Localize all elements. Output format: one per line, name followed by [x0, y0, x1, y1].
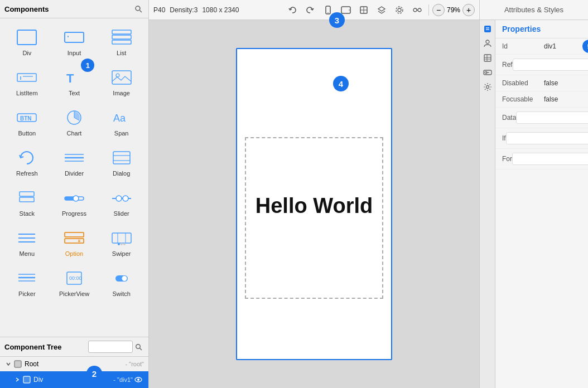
- svg-point-44: [118, 243, 120, 245]
- progress-icon: [63, 188, 85, 208]
- layers-button[interactable]: [374, 2, 389, 18]
- component-list[interactable]: List: [99, 23, 144, 61]
- component-text[interactable]: T Text 1: [52, 63, 97, 101]
- component-option[interactable]: Option: [52, 224, 97, 261]
- prop-row-focusable: Focusable false: [495, 91, 588, 108]
- tree-search-input[interactable]: [88, 341, 133, 353]
- prop-value-disabled: false: [544, 79, 581, 87]
- component-chart[interactable]: Chart: [52, 103, 97, 141]
- component-span[interactable]: Aa Span: [99, 103, 144, 141]
- refresh-label: Refresh: [16, 170, 38, 177]
- svg-point-54: [136, 344, 140, 348]
- prop-input-for[interactable]: [512, 153, 588, 165]
- component-button[interactable]: BTN Button: [4, 103, 50, 141]
- properties-area: Properties Id div1 5 Ref D: [495, 20, 588, 388]
- prop-label-ref: Ref: [502, 61, 513, 69]
- component-listitem[interactable]: ListItem: [4, 63, 50, 101]
- zoom-control: − 79% +: [432, 4, 475, 16]
- svg-point-61: [327, 12, 329, 13]
- canvas-area[interactable]: 4 Hello World: [149, 20, 479, 388]
- div-node-value: - "div1": [113, 376, 133, 383]
- svg-rect-38: [65, 239, 84, 243]
- svg-rect-56: [15, 361, 21, 367]
- svg-rect-26: [20, 192, 34, 196]
- root-node-label: Root: [25, 360, 122, 368]
- prop-row-id: Id div1 5: [495, 38, 588, 55]
- tree-search-icon[interactable]: [133, 341, 144, 352]
- slider-label: Slider: [114, 210, 129, 217]
- component-refresh[interactable]: Refresh: [4, 143, 50, 181]
- component-input[interactable]: Input: [52, 23, 97, 61]
- svg-point-72: [413, 8, 417, 12]
- tree-node-div[interactable]: Div - "div1": [0, 371, 148, 388]
- component-picker[interactable]: Picker: [4, 264, 50, 302]
- table-icon[interactable]: [481, 51, 494, 65]
- switch-icon: [110, 268, 133, 288]
- picker-label: Picker: [18, 290, 36, 297]
- option-label: Option: [65, 250, 83, 257]
- prop-input-if[interactable]: [506, 132, 588, 144]
- badge-5: 5: [582, 40, 588, 53]
- svg-text:Aa: Aa: [113, 113, 126, 124]
- swiper-icon: [110, 228, 133, 248]
- svg-rect-5: [112, 30, 131, 34]
- undo-button[interactable]: [285, 2, 300, 18]
- prop-label-data: Data: [502, 114, 516, 122]
- prop-input-ref[interactable]: [513, 59, 588, 71]
- link-icon[interactable]: [481, 66, 494, 79]
- components-search-icon[interactable]: [133, 3, 144, 14]
- right-panel-title: Attributes & Styles: [504, 6, 563, 14]
- svg-rect-12: [112, 71, 131, 84]
- component-stack[interactable]: Stack: [4, 183, 50, 221]
- component-swiper[interactable]: Swiper: [99, 224, 144, 261]
- badge-2: 2: [86, 366, 102, 381]
- users-icon[interactable]: [481, 37, 494, 50]
- svg-point-86: [486, 86, 489, 89]
- settings-side-icon[interactable]: [481, 80, 494, 94]
- svg-rect-41: [112, 233, 131, 243]
- span-icon: Aa: [110, 108, 133, 128]
- badge-4: 4: [333, 76, 349, 91]
- svg-point-59: [137, 379, 139, 381]
- svg-point-45: [121, 243, 123, 245]
- text-icon: T: [63, 67, 85, 88]
- listitem-label: ListItem: [16, 90, 38, 96]
- component-image[interactable]: Image: [99, 63, 144, 101]
- component-div[interactable]: Div: [4, 23, 50, 61]
- text-label: Text: [69, 90, 80, 96]
- component-dialog[interactable]: Dialog: [99, 143, 144, 181]
- prop-input-data[interactable]: [516, 111, 588, 124]
- component-menu[interactable]: Menu: [4, 224, 50, 261]
- zoom-out-button[interactable]: −: [432, 4, 445, 16]
- prop-row-disabled: Disabled false: [495, 75, 588, 91]
- svg-text:00:00: 00:00: [69, 275, 82, 281]
- div-icon: [16, 27, 38, 47]
- divider-label: Divider: [65, 170, 84, 177]
- prop-row-data: Data: [495, 108, 588, 128]
- components-header: Components: [0, 0, 148, 18]
- group-button[interactable]: [409, 2, 425, 18]
- stack-icon: [16, 188, 38, 208]
- toolbar: P40 Density:3 1080 x 2340 3: [149, 0, 479, 20]
- hello-world-text: Hello World: [246, 194, 382, 218]
- eye-icon[interactable]: [133, 374, 144, 385]
- settings-button[interactable]: [392, 2, 407, 18]
- redo-button[interactable]: [302, 2, 318, 18]
- properties-icon[interactable]: [481, 22, 494, 36]
- zoom-in-button[interactable]: +: [462, 4, 475, 16]
- badge-1: 1: [81, 59, 94, 72]
- component-progress[interactable]: Progress: [52, 183, 97, 221]
- inspect-button[interactable]: [356, 2, 372, 18]
- component-slider[interactable]: Slider: [99, 183, 144, 221]
- component-divider[interactable]: Divider: [52, 143, 97, 181]
- divider-icon: [63, 148, 85, 168]
- tree-node-root[interactable]: Root - "root": [0, 357, 148, 371]
- component-pickerview[interactable]: 00:00 PickerView: [52, 264, 97, 302]
- svg-line-55: [139, 348, 142, 350]
- prop-label-if: If: [502, 134, 506, 142]
- svg-point-46: [123, 243, 126, 245]
- list-icon: [110, 27, 133, 47]
- component-switch[interactable]: Switch: [99, 264, 144, 302]
- svg-point-13: [116, 74, 119, 77]
- svg-rect-57: [23, 376, 30, 383]
